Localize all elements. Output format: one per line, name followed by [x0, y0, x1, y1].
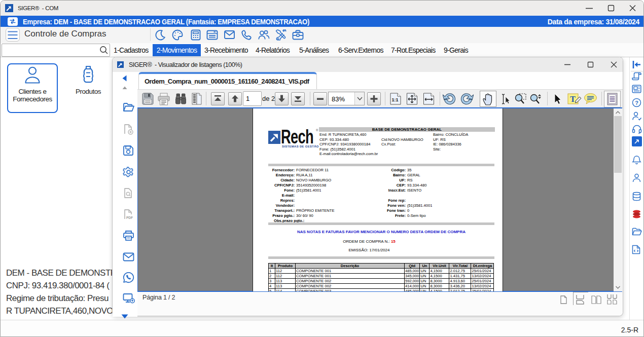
svg-text:1:1: 1:1 — [391, 97, 398, 102]
svg-text:T: T — [570, 95, 576, 103]
svg-text:PDF: PDF — [126, 216, 133, 219]
svg-text:?: ? — [635, 100, 638, 106]
